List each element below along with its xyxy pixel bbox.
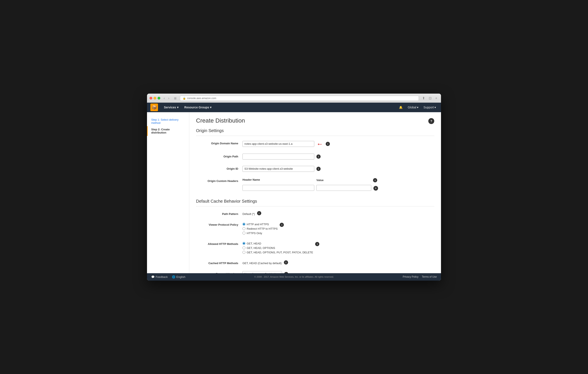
viewer-protocol-http-https[interactable]: HTTP and HTTPS	[242, 223, 278, 226]
allowed-get-head-options[interactable]: GET, HEAD, OPTIONS	[242, 246, 313, 250]
notifications-button[interactable]: 🔔	[397, 105, 404, 110]
page-content: Step 1: Select delivery method Step 2: C…	[147, 112, 441, 273]
origin-path-row: Origin Path i	[196, 152, 434, 161]
url-bar[interactable]: 🔒 console.aws.amazon.com	[180, 96, 419, 101]
allowed-get-head-label: GET, HEAD	[247, 242, 261, 245]
add-header-button[interactable]: +	[373, 186, 378, 191]
help-icon[interactable]: ?	[428, 118, 434, 124]
terms-link[interactable]: Terms of Use	[422, 275, 437, 278]
support-chevron-icon: ▾	[434, 106, 436, 109]
origin-custom-headers-row: Origin Custom Headers Header Name Value …	[196, 177, 434, 192]
allowed-http-group: GET, HEAD GET, HEAD, OPTIONS GET, HEAD, …	[242, 241, 434, 254]
close-button[interactable]	[149, 97, 152, 99]
origin-id-input[interactable]	[242, 166, 314, 172]
origin-id-info-icon[interactable]: i	[316, 167, 321, 171]
allowed-get-head-radio[interactable]	[242, 242, 245, 245]
viewer-protocol-label: Viewer Protocol Policy	[196, 222, 242, 226]
allowed-get-head[interactable]: GET, HEAD	[242, 242, 313, 245]
viewer-protocol-options: HTTP and HTTPS Redirect HTTP to HTTPS HT…	[242, 222, 278, 235]
services-chevron-icon: ▾	[177, 106, 178, 109]
support-menu[interactable]: Support ▾	[422, 105, 438, 110]
origin-path-info-icon[interactable]: i	[316, 154, 321, 159]
globe-icon: 🌐	[172, 275, 175, 278]
lock-icon: 🔒	[183, 97, 186, 100]
aws-logo[interactable]: 📦	[150, 104, 158, 111]
resource-groups-chevron-icon: ▾	[210, 106, 211, 109]
value-column-label: Value	[316, 179, 371, 182]
red-arrow-icon: ←	[316, 140, 323, 147]
forward-headers-select[interactable]: None (Improves Caching) Whitelist All	[242, 271, 282, 273]
origin-domain-name-input[interactable]	[242, 141, 314, 147]
path-pattern-info-icon[interactable]: i	[257, 211, 261, 215]
main-content: Create Distribution ? Origin Settings Or…	[189, 112, 441, 273]
origin-settings-section: Origin Settings Origin Domain Name ←	[196, 128, 434, 192]
origin-path-group: i	[242, 154, 434, 160]
allowed-http-options: GET, HEAD GET, HEAD, OPTIONS GET, HEAD, …	[242, 241, 313, 254]
privacy-policy-link[interactable]: Privacy Policy	[403, 275, 419, 278]
viewer-protocol-redirect-radio[interactable]	[242, 227, 245, 230]
global-chevron-icon: ▾	[417, 106, 418, 109]
logo-icon: 📦	[152, 105, 157, 110]
allowed-http-info-icon[interactable]: i	[315, 242, 319, 246]
viewer-protocol-row: Viewer Protocol Policy HTTP and HTTPS Re…	[196, 221, 434, 236]
header-value-input[interactable]	[316, 185, 371, 191]
feedback-icon: 💬	[151, 275, 155, 278]
footer-left: 💬 Feedback 🌐 English	[151, 275, 185, 278]
origin-id-label: Origin ID	[196, 166, 242, 170]
origin-domain-info-icon[interactable]: i	[326, 142, 330, 146]
viewer-protocol-redirect[interactable]: Redirect HTTP to HTTPS	[242, 227, 278, 230]
cached-http-value: GET, HEAD (Cached by default)	[242, 260, 282, 265]
sidebar-item-step2[interactable]: Step 2: Create distribution	[147, 126, 189, 136]
new-tab-button[interactable]: ⊡	[428, 96, 433, 101]
minimize-button[interactable]	[154, 97, 156, 99]
language-button[interactable]: 🌐 English	[172, 275, 185, 278]
viewer-protocol-http-https-radio[interactable]	[242, 223, 245, 226]
path-pattern-row: Path Pattern Default (*) i	[196, 210, 434, 217]
back-button[interactable]: ‹	[162, 96, 166, 101]
feedback-label: Feedback	[156, 275, 168, 278]
nav-right: 🔔 Global ▾ Support ▾	[397, 105, 438, 110]
global-menu[interactable]: Global ▾	[406, 105, 420, 110]
allowed-all-methods[interactable]: GET, HEAD, OPTIONS, PUT, POST, PATCH, DE…	[242, 251, 313, 254]
cached-http-label: Cached HTTP Methods	[196, 260, 242, 265]
footer-right: Privacy Policy Terms of Use	[403, 275, 437, 278]
path-pattern-value: Default (*)	[242, 211, 255, 215]
allowed-all-methods-label: GET, HEAD, OPTIONS, PUT, POST, PATCH, DE…	[247, 251, 313, 254]
maximize-button[interactable]	[158, 97, 160, 99]
allowed-all-methods-radio[interactable]	[242, 251, 245, 254]
origin-path-input[interactable]	[242, 154, 314, 160]
header-name-column-label: Header Name	[242, 178, 314, 182]
viewer-protocol-https-only[interactable]: HTTPS Only	[242, 232, 278, 235]
viewer-protocol-info-icon[interactable]: i	[280, 223, 284, 227]
nav-items: Services ▾ Resource Groups ▾	[161, 104, 397, 111]
viewer-protocol-https-only-radio[interactable]	[242, 232, 245, 235]
services-menu[interactable]: Services ▾	[161, 104, 181, 111]
cached-http-info-icon[interactable]: i	[284, 260, 288, 265]
page-footer: 💬 Feedback 🌐 English © 2008 - 2017, Amaz…	[147, 273, 441, 281]
url-text: console.aws.amazon.com	[187, 97, 216, 100]
allowed-get-head-options-label: GET, HEAD, OPTIONS	[247, 246, 275, 250]
viewer-protocol-http-https-label: HTTP and HTTPS	[247, 223, 269, 226]
custom-headers-info-icon[interactable]: i	[373, 178, 377, 182]
tab-overview-button[interactable]: ⊞	[173, 96, 178, 100]
forward-headers-group: None (Improves Caching) Whitelist All i	[242, 271, 434, 273]
page-title: Create Distribution	[196, 117, 245, 124]
sidebar-item-step1[interactable]: Step 1: Select delivery method	[147, 117, 189, 126]
share-button[interactable]: ⬆	[421, 96, 426, 101]
footer-copyright: © 2008 - 2017, Amazon Web Services, Inc.…	[185, 276, 403, 278]
cached-http-row: Cached HTTP Methods GET, HEAD (Cached by…	[196, 259, 434, 266]
english-label: English	[176, 275, 185, 278]
resource-groups-menu[interactable]: Resource Groups ▾	[182, 104, 214, 111]
forward-button[interactable]: ›	[167, 96, 170, 101]
feedback-button[interactable]: 💬 Feedback	[151, 275, 168, 278]
browser-chrome: ‹ › ⊞ 🔒 console.aws.amazon.com ⬆ ⊡ +	[147, 94, 441, 103]
add-tab-button[interactable]: +	[434, 96, 439, 101]
origin-domain-name-label: Origin Domain Name	[196, 140, 242, 145]
allowed-http-row: Allowed HTTP Methods GET, HEAD GET, HEAD…	[196, 240, 434, 255]
header-name-input[interactable]	[242, 185, 314, 191]
allowed-get-head-options-radio[interactable]	[242, 246, 245, 249]
origin-domain-name-group: ← i	[242, 140, 434, 147]
services-label: Services	[164, 106, 176, 109]
cache-behavior-section: Default Cache Behavior Settings Path Pat…	[196, 199, 434, 273]
forward-headers-row: Forward Headers None (Improves Caching) …	[196, 270, 434, 273]
